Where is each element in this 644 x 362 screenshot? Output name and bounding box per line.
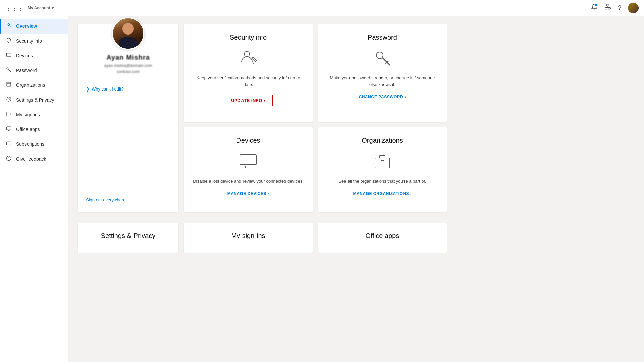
laptop-icon [5,52,12,59]
organizations-card: Organizations See all the organizations … [318,127,447,212]
svg-rect-7 [6,53,11,56]
security-info-desc: Keep your verification methods and secur… [192,75,305,88]
sidebar-overview-label: Overview [16,23,37,29]
app-title-text: My Account [28,6,50,10]
user-avatar[interactable] [628,3,639,13]
svg-point-6 [8,24,9,25]
devices-desc: Disable a lost device and review your co… [193,178,304,185]
svg-rect-18 [6,142,11,145]
app-title[interactable]: My Account ▾ [28,6,54,10]
organizations-desc: See all the organizations that you're a … [338,178,426,185]
sidebar-item-devices[interactable]: Devices [0,48,68,63]
sidebar-subscriptions-label: Subscriptions [16,141,44,147]
svg-line-27 [386,62,387,64]
devices-icon [239,151,258,173]
office-apps-partial-card: Office apps [318,223,447,253]
org-icon[interactable] [604,4,611,12]
feedback-icon [5,156,12,162]
sidebar-item-organizations[interactable]: Organizations [0,78,68,93]
profile-domain: contoso.com [117,69,140,74]
sidebar-item-password[interactable]: Password [0,63,68,78]
security-info-icon [239,48,258,69]
sidebar-item-security-info[interactable]: Security info [0,34,68,48]
sidebar-item-my-sign-ins[interactable]: My sign-ins [0,107,68,122]
my-sign-ins-partial-card: My sign-ins [184,223,313,253]
security-info-card: Security info Keep your verification met… [184,24,313,122]
profile-avatar-wrap [112,17,144,50]
profile-email: ayan.mishra@domain.com [104,63,152,68]
sidebar-organizations-label: Organizations [16,82,45,88]
waffle-icon[interactable]: ⋮⋮⋮ [5,4,23,12]
settings-privacy-partial-card: Settings & Privacy [78,223,178,253]
organizations-title: Organizations [362,137,403,144]
sign-out-everywhere-link[interactable]: Sign out everywhere [86,197,126,202]
devices-card: Devices Disable a lost device and review… [184,127,313,212]
subscription-icon [5,141,12,147]
sidebar-item-settings-privacy[interactable]: Settings & Privacy [0,93,68,107]
svg-point-0 [595,4,597,6]
svg-rect-2 [605,8,607,9]
svg-point-13 [8,99,9,100]
why-cant-edit-toggle[interactable]: ❯ Why can't I edit? [86,86,124,92]
security-info-title: Security info [230,34,267,41]
settings-privacy-partial-title: Settings & Privacy [101,232,155,240]
settings-icon [5,97,12,103]
sidebar-item-subscriptions[interactable]: Subscriptions [0,137,68,152]
svg-line-23 [253,63,254,64]
sidebar-item-give-feedback[interactable]: Give feedback [0,152,68,166]
svg-rect-1 [607,4,609,6]
key-icon [5,67,12,74]
sidebar-signins-label: My sign-ins [16,112,40,117]
why-cant-edit-label: Why can't I edit? [92,86,124,92]
svg-point-9 [7,68,9,70]
svg-point-21 [244,51,250,57]
svg-rect-10 [7,82,11,86]
update-info-button[interactable]: UPDATE INFO › [224,95,273,106]
sidebar-settings-label: Settings & Privacy [16,97,54,103]
office-icon [5,126,12,133]
password-icon [373,48,392,69]
manage-devices-link[interactable]: MANAGE DEVICES › [227,191,269,196]
sidebar-item-office-apps[interactable]: Office apps [0,122,68,137]
sidebar-feedback-label: Give feedback [16,156,46,162]
office-apps-partial-title: Office apps [366,232,399,240]
password-desc: Make your password stronger, or change i… [326,75,439,88]
password-title: Password [368,34,397,41]
sidebar: Overview Security info Devices [0,16,68,362]
change-password-link[interactable]: CHANGE PASSWORD › [359,95,406,99]
profile-avatar [112,17,144,50]
signin-icon [5,111,12,118]
svg-rect-15 [6,127,11,130]
password-card: Password Make your password stronger, or… [318,24,447,122]
organizations-icon [373,151,392,173]
my-sign-ins-partial-title: My sign-ins [231,232,265,240]
sidebar-item-overview[interactable]: Overview [0,19,68,34]
svg-rect-3 [608,8,611,9]
sidebar-officeapps-label: Office apps [16,127,40,132]
manage-organizations-link[interactable]: MANAGE ORGANIZATIONS › [353,191,412,196]
bottom-cards-row: Settings & Privacy My sign-ins Office ap… [78,223,447,253]
profile-bottom-divider [86,193,170,193]
sidebar-security-label: Security info [16,38,42,44]
sidebar-devices-label: Devices [16,53,33,58]
svg-rect-28 [240,155,256,165]
profile-name: Ayan Mishra [106,54,150,61]
svg-rect-33 [375,158,390,168]
shield-icon [5,38,12,44]
cards-grid: Ayan Mishra ayan.mishra@domain.com conto… [78,24,447,217]
building-icon [5,82,12,88]
notification-icon[interactable] [591,4,598,12]
main-content: Ayan Mishra ayan.mishra@domain.com conto… [68,16,644,362]
chevron-down-icon: ▾ [52,6,54,10]
profile-card: Ayan Mishra ayan.mishra@domain.com conto… [78,24,178,212]
chevron-right-icon: ❯ [86,86,90,92]
person-icon [5,23,12,29]
top-navigation: ⋮⋮⋮ My Account ▾ ? [0,0,644,16]
help-icon[interactable]: ? [618,4,621,11]
sidebar-password-label: Password [16,68,37,73]
devices-title: Devices [236,137,260,144]
profile-divider [86,82,170,82]
